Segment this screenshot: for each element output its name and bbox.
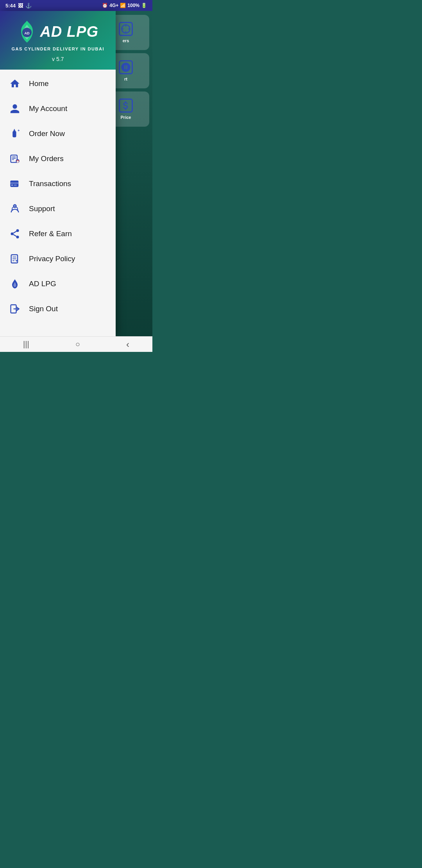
svg-rect-18	[12, 209, 13, 211]
svg-rect-2	[13, 131, 16, 137]
svg-point-20	[16, 229, 19, 232]
menu-label-home: Home	[29, 79, 49, 88]
menu-label-order-now: Order Now	[29, 129, 65, 138]
signal-bars: 📶	[120, 3, 126, 8]
adlpg-icon	[8, 277, 22, 291]
refer-icon	[8, 227, 22, 241]
menu-label-ad-lpg: AD LPG	[29, 280, 56, 288]
svg-point-22	[16, 236, 19, 239]
menu-item-home[interactable]: Home	[0, 71, 116, 96]
menu-item-my-orders[interactable]: ⏰ My Orders	[0, 146, 116, 171]
svg-rect-14	[11, 185, 13, 185]
nav-bar: ||| ○ ‹	[0, 336, 152, 352]
menu-item-sign-out[interactable]: Sign Out	[0, 296, 116, 321]
status-bar: 5:44 🖼 ⚓ ⏰ 4G+ 📶 100% 🔋	[0, 0, 152, 11]
menu-item-order-now[interactable]: + Order Now	[0, 121, 116, 146]
alarm-icon: ⏰	[102, 3, 108, 8]
account-icon	[8, 102, 22, 116]
logo-row: AD AD LPG	[17, 20, 98, 43]
svg-rect-3	[14, 130, 16, 132]
menu-item-my-account[interactable]: My Account	[0, 96, 116, 121]
svg-rect-19	[17, 209, 18, 211]
svg-text:AD: AD	[25, 31, 30, 35]
svg-rect-15	[14, 185, 17, 185]
menu-label-support: Support	[29, 204, 55, 213]
status-right: ⏰ 4G+ 📶 100% 🔋	[102, 3, 147, 8]
bg-card-1-text: ers	[123, 38, 129, 43]
drawer-header: AD AD LPG GAS CYLINDER DELIVERY IN DUBAI…	[0, 11, 116, 70]
app-tagline: GAS CYLINDER DELIVERY IN DUBAI	[11, 47, 104, 51]
svg-line-24	[13, 231, 16, 233]
menu-item-privacy-policy[interactable]: Privacy Policy	[0, 246, 116, 271]
orders-icon: ⏰	[8, 152, 22, 166]
menu-label-sign-out: Sign Out	[29, 305, 58, 313]
order-icon: +	[8, 127, 22, 141]
menu-item-transactions[interactable]: Transactions	[0, 171, 116, 196]
menu-label-my-orders: My Orders	[29, 154, 64, 163]
back-button[interactable]: ‹	[118, 337, 137, 352]
usb-icon: ⚓	[25, 3, 32, 9]
signal-label: 4G+	[109, 3, 118, 8]
navigation-drawer: AD AD LPG GAS CYLINDER DELIVERY IN DUBAI…	[0, 11, 116, 336]
bg-card-2-text: rt	[124, 77, 127, 81]
svg-rect-4	[14, 129, 15, 130]
svg-text:+: +	[18, 129, 20, 133]
menu-label-privacy-policy: Privacy Policy	[29, 255, 75, 263]
svg-text:⏰: ⏰	[16, 160, 20, 163]
menu-label-my-account: My Account	[29, 104, 67, 113]
app-version: v 5.7	[52, 56, 64, 62]
status-left: 5:44 🖼 ⚓	[5, 3, 32, 9]
menu-label-refer-earn: Refer & Earn	[29, 230, 72, 238]
svg-line-23	[13, 235, 16, 237]
bg-card-3-text: Price	[121, 115, 131, 120]
gallery-icon: 🖼	[18, 3, 23, 9]
svg-rect-13	[10, 183, 18, 184]
battery-label: 100%	[127, 3, 139, 8]
menu-list: Home My Account + Order Now	[0, 70, 116, 336]
battery-icon: 🔋	[141, 3, 147, 8]
home-button[interactable]: ○	[68, 338, 88, 350]
support-icon	[8, 202, 22, 216]
bg-card-3-icon	[119, 99, 133, 113]
menu-item-refer-earn[interactable]: Refer & Earn	[0, 221, 116, 246]
transactions-icon	[8, 177, 22, 191]
flame-logo-icon: AD	[17, 20, 37, 43]
time: 5:44	[5, 3, 16, 9]
app-name: AD LPG	[40, 23, 98, 40]
menu-item-ad-lpg[interactable]: AD LPG	[0, 271, 116, 296]
recent-apps-button[interactable]: |||	[15, 338, 37, 350]
home-icon	[8, 77, 22, 91]
privacy-icon	[8, 252, 22, 266]
signout-icon	[8, 302, 22, 316]
bg-card-1-icon	[119, 22, 133, 36]
bg-card-2-icon	[119, 60, 133, 74]
svg-point-21	[11, 233, 14, 235]
menu-label-transactions: Transactions	[29, 179, 71, 188]
menu-item-support[interactable]: Support	[0, 196, 116, 221]
